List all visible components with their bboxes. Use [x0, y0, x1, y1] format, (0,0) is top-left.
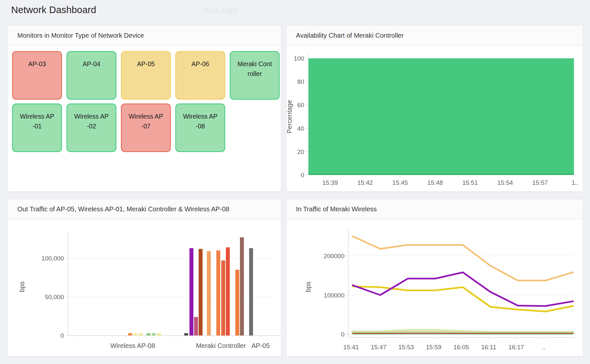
svg-text:15:42: 15:42	[357, 179, 373, 186]
monitor-tile-label: Wireless AP	[20, 113, 54, 120]
traffic-bar	[235, 270, 239, 335]
panel-availability-chart: Availability Chart of Meraki Controller …	[286, 25, 583, 192]
monitor-tile-wireless-ap-02[interactable]: Wireless AP-02	[67, 104, 116, 152]
traffic-bar	[189, 248, 193, 335]
traffic-bar	[157, 333, 161, 335]
svg-text:bps: bps	[18, 281, 26, 292]
monitor-tile-meraki-controller[interactable]: Meraki Controller	[230, 51, 280, 100]
monitor-tile-ap-04[interactable]: AP-04	[67, 51, 116, 100]
svg-text:15:47: 15:47	[371, 344, 386, 351]
monitor-tile-ap-03[interactable]: AP-03	[12, 51, 62, 100]
svg-text:80: 80	[297, 78, 304, 85]
traffic-bar	[184, 333, 188, 335]
svg-text:100: 100	[294, 55, 304, 62]
svg-text:15:48: 15:48	[427, 179, 443, 186]
panel-in-traffic-header: In Traffic of Meraki Wireless	[286, 199, 583, 220]
monitor-tile-label: Wireless AP	[74, 113, 108, 120]
svg-text:Meraki Controller: Meraki Controller	[196, 342, 246, 349]
traffic-bar	[139, 333, 143, 335]
monitor-tile-label: -01	[32, 123, 42, 130]
svg-text:0: 0	[60, 332, 64, 339]
svg-text:15:53: 15:53	[398, 344, 414, 351]
monitor-tile-label: roller	[247, 70, 262, 77]
svg-text:15:57: 15:57	[532, 179, 548, 186]
svg-text:15:41: 15:41	[343, 344, 359, 351]
availability-chart-svg: 02040608010015:3915:4215:4515:4815:5115:…	[286, 46, 583, 191]
monitor-tile-ap-06[interactable]: AP-06	[175, 51, 225, 100]
purple-line	[353, 272, 573, 306]
svg-text:AP-05: AP-05	[251, 342, 270, 349]
out-traffic-bar-chart: 050,000100,000Wireless AP-08Meraki Contr…	[8, 220, 281, 356]
monitor-tile-label: AP-06	[191, 60, 209, 67]
monitor-tile-label: Meraki Cont	[237, 60, 272, 67]
panel-out-traffic-chart: Out Traffic of AP-05, Wireless AP-01, Me…	[8, 199, 281, 356]
traffic-bar	[128, 333, 132, 335]
svg-text:1..: 1..	[572, 179, 579, 186]
availability-chart: 02040608010015:3915:4215:4515:4815:5115:…	[286, 46, 583, 191]
orange-line	[353, 236, 573, 280]
svg-text:0: 0	[301, 172, 304, 179]
monitor-tile-label: -08	[196, 123, 205, 130]
traffic-bar	[226, 247, 230, 335]
monitor-tile-wireless-ap-07[interactable]: Wireless AP-07	[121, 104, 171, 152]
svg-text:16:17: 16:17	[508, 344, 524, 351]
monitor-tile-label: -02	[87, 123, 96, 130]
monitor-tile-label: AP-05	[137, 60, 155, 67]
traffic-bar	[199, 249, 203, 335]
monitor-tile-label: Wireless AP	[128, 113, 163, 120]
panel-availability-title: Availability Chart of Meraki Controller	[296, 32, 404, 39]
svg-text:20: 20	[297, 148, 304, 155]
traffic-bar	[221, 260, 225, 335]
traffic-bar	[133, 333, 137, 335]
svg-text:16:05: 16:05	[453, 344, 469, 351]
monitor-tile-ap-05[interactable]: AP-05	[121, 51, 171, 100]
svg-text:100,000: 100,000	[41, 255, 64, 262]
page-title: Network Dashboard	[11, 5, 96, 15]
svg-text:200000: 200000	[324, 253, 344, 259]
panel-in-traffic-title: In Traffic of Meraki Wireless	[296, 205, 377, 213]
svg-text:bps: bps	[305, 281, 312, 292]
svg-text:15:59: 15:59	[426, 344, 442, 351]
monitor-tile-wireless-ap-01[interactable]: Wireless AP-01	[12, 104, 62, 152]
svg-text:Wireless AP-08: Wireless AP-08	[110, 342, 155, 349]
svg-text:15:54: 15:54	[497, 179, 513, 186]
traffic-bar	[152, 333, 156, 335]
monitor-tile-label: -07	[141, 123, 150, 130]
traffic-bar	[216, 250, 220, 335]
monitor-tile-label: AP-04	[83, 60, 100, 67]
panel-availability-header: Availability Chart of Meraki Controller	[286, 26, 583, 46]
panel-monitors-header: Monitors in Monitor Type of Network Devi…	[8, 26, 281, 46]
svg-text:16:11: 16:11	[481, 344, 496, 351]
last-refreshed-text: nds ago	[204, 5, 238, 15]
traffic-bar	[240, 237, 244, 335]
traffic-bar	[207, 251, 211, 335]
panel-in-traffic-chart: In Traffic of Meraki Wireless 0100000200…	[286, 199, 583, 356]
monitor-tile-label: AP-03	[28, 60, 46, 67]
out-traffic-chart-svg: 050,000100,000Wireless AP-08Meraki Contr…	[8, 220, 281, 356]
panel-monitors: Monitors in Monitor Type of Network Devi…	[8, 25, 281, 192]
svg-text:50,000: 50,000	[45, 294, 64, 300]
monitor-tile-label: Wireless AP	[183, 113, 217, 120]
green-band	[353, 333, 573, 333]
panel-out-traffic-header: Out Traffic of AP-05, Wireless AP-01, Me…	[8, 199, 281, 220]
svg-text:15:45: 15:45	[392, 179, 408, 186]
yellow-line	[353, 286, 573, 312]
svg-text:40: 40	[297, 125, 304, 132]
svg-text:60: 60	[297, 102, 304, 108]
in-traffic-chart-svg: 010000020000015:4115:4715:5315:5916:0516…	[286, 220, 583, 356]
traffic-bar	[147, 333, 150, 335]
traffic-bar	[249, 248, 253, 335]
monitor-tiles-grid: AP-03AP-04AP-05AP-06Meraki ControllerWir…	[8, 46, 281, 191]
svg-text:15:39: 15:39	[322, 179, 338, 186]
in-traffic-line-chart: 010000020000015:4115:4715:5315:5916:0516…	[286, 220, 583, 356]
svg-text:0: 0	[341, 331, 344, 338]
monitor-tile-wireless-ap-08[interactable]: Wireless AP-08	[175, 104, 225, 152]
traffic-bar	[194, 317, 198, 335]
panel-monitors-title: Monitors in Monitor Type of Network Devi…	[17, 32, 144, 39]
svg-text:..: ..	[542, 344, 546, 351]
panel-out-traffic-title: Out Traffic of AP-05, Wireless AP-01, Me…	[17, 205, 229, 213]
svg-text:15:51: 15:51	[462, 179, 478, 186]
svg-text:100000: 100000	[324, 292, 344, 299]
svg-text:Percentage: Percentage	[286, 100, 293, 133]
